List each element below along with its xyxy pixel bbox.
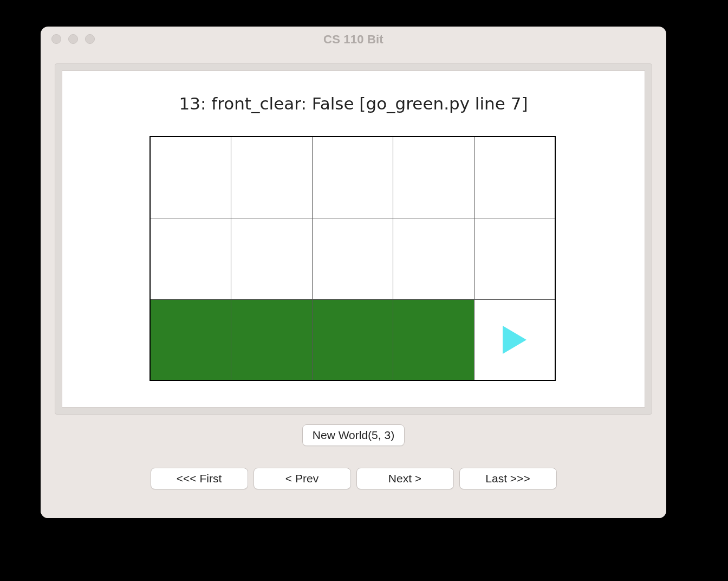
grid-cell [474,137,555,218]
content-area: 13: front_clear: False [go_green.py line… [41,53,666,518]
grid-cell [231,218,313,299]
close-icon[interactable] [51,34,61,44]
app-window: CS 110 Bit 13: front_clear: False [go_gr… [41,27,666,518]
grid-cell [312,218,393,299]
grid-cell [150,137,231,218]
grid-cell [393,299,474,380]
grid-cell [150,218,231,299]
prev-button[interactable]: < Prev [253,468,351,489]
new-world-row: New World(5, 3) [55,424,652,446]
grid [150,136,556,380]
canvas-panel: 13: front_clear: False [go_green.py line… [55,63,652,415]
grid-cell [231,299,313,380]
bit-arrow-icon [503,326,526,354]
grid-cell [474,218,555,299]
grid-cell [393,137,474,218]
status-line: 13: front_clear: False [go_green.py line… [62,94,645,113]
last-button[interactable]: Last >>> [459,468,557,489]
grid-cell [312,137,393,218]
minimize-icon[interactable] [68,34,78,44]
window-title: CS 110 Bit [41,33,666,47]
zoom-icon[interactable] [85,34,95,44]
new-world-button[interactable]: New World(5, 3) [302,424,405,446]
grid-cell [231,137,313,218]
grid-cell [312,299,393,380]
grid-cell [150,299,231,380]
window-controls [51,34,95,44]
nav-row: <<< First < Prev Next > Last >>> [55,468,652,489]
next-button[interactable]: Next > [356,468,454,489]
canvas: 13: front_clear: False [go_green.py line… [62,70,645,408]
grid-cell [474,299,555,380]
first-button[interactable]: <<< First [151,468,248,489]
titlebar: CS 110 Bit [41,27,666,53]
grid-cell [393,218,474,299]
